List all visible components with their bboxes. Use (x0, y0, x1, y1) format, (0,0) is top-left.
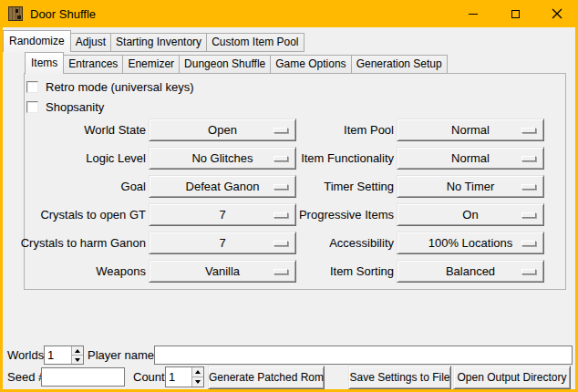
checkbox-box-icon (26, 81, 38, 93)
goal-label: Goal (14, 175, 146, 198)
crystals-harm-ganon-label: Crystals to harm Ganon (14, 232, 146, 254)
tab-entrances[interactable]: Entrances (64, 55, 123, 74)
count-input[interactable] (166, 367, 191, 387)
seed-input[interactable] (41, 367, 125, 387)
dropdown-indicator-icon (521, 241, 536, 246)
tab-generation-setup[interactable]: Generation Setup (352, 55, 448, 74)
retro-mode-checkbox[interactable]: Retro mode (universal keys) (26, 80, 194, 93)
window-border-left (0, 27, 3, 389)
item-sorting-label: Item Sorting (264, 260, 394, 283)
open-output-directory-button[interactable]: Open Output Directory (453, 366, 571, 389)
worlds-label: Worlds (7, 346, 44, 365)
titlebar: Door Shuffle (0, 0, 578, 27)
close-icon (552, 8, 563, 19)
worlds-spinner-down-button[interactable] (72, 355, 83, 364)
arrow-up-icon (195, 370, 201, 374)
player-names-label: Player names (88, 346, 160, 365)
count-spinner-down-button[interactable] (192, 377, 203, 387)
item-functionality-label: Item Functionality (264, 147, 394, 170)
tab-dungeon-shuffle[interactable]: Dungeon Shuffle (180, 55, 271, 74)
minimize-icon (469, 14, 478, 15)
close-button[interactable] (536, 0, 578, 27)
dropdown-indicator-icon (521, 156, 536, 161)
item-functionality-dropdown[interactable]: Normal (397, 147, 544, 170)
door-shuffle-window: Door Shuffle Randomize Adjust Starting I… (0, 0, 578, 392)
door-icon (8, 6, 23, 21)
accessibility-label: Accessibility (264, 232, 394, 254)
arrow-up-icon (75, 349, 80, 353)
world-state-label: World State (14, 119, 146, 141)
dropdown-indicator-icon (521, 212, 536, 218)
crystals-open-gt-label: Crystals to open GT (14, 203, 146, 226)
item-sorting-dropdown[interactable]: Balanced (397, 260, 544, 283)
maximize-icon (511, 10, 520, 18)
dropdown-indicator-icon (521, 128, 536, 133)
count-spinner-up-button[interactable] (192, 367, 203, 377)
weapons-label: Weapons (14, 260, 146, 283)
logic-level-label: Logic Level (14, 147, 146, 170)
worlds-spinner-up-button[interactable] (72, 346, 83, 355)
arrow-down-icon (75, 358, 80, 362)
tab-game-options[interactable]: Game Options (271, 55, 351, 74)
tab-enemizer[interactable]: Enemizer (123, 55, 180, 74)
retro-mode-label: Retro mode (universal keys) (46, 80, 194, 94)
tab-items[interactable]: Items (25, 52, 64, 74)
item-pool-label: Item Pool (264, 119, 394, 141)
progressive-items-label: Progressive Items (264, 203, 394, 226)
item-pool-dropdown[interactable]: Normal (397, 119, 544, 141)
sub-tab-bar: Items Entrances Enemizer Dungeon Shuffle… (25, 52, 448, 74)
save-settings-button[interactable]: Save Settings to File (348, 366, 451, 389)
maximize-button[interactable] (494, 0, 536, 27)
count-spinner (165, 366, 204, 387)
progressive-items-dropdown[interactable]: On (397, 203, 544, 226)
dropdown-indicator-icon (521, 269, 536, 274)
window-title: Door Shuffle (30, 7, 96, 21)
minimize-button[interactable] (452, 0, 494, 27)
worlds-spinner (44, 346, 84, 365)
timer-setting-dropdown[interactable]: No Timer (397, 175, 544, 198)
shopsanity-label: Shopsanity (46, 100, 104, 114)
tab-randomize[interactable]: Randomize (3, 30, 71, 52)
arrow-down-icon (195, 380, 201, 384)
timer-setting-label: Timer Setting (264, 175, 394, 198)
worlds-input[interactable] (45, 346, 71, 364)
dropdown-indicator-icon (521, 184, 536, 190)
accessibility-dropdown[interactable]: 100% Locations (397, 232, 544, 254)
player-names-input[interactable] (154, 346, 573, 365)
count-label: Count (133, 366, 165, 388)
seed-label: Seed # (7, 366, 45, 388)
tab-custom-item-pool[interactable]: Custom Item Pool (207, 33, 304, 52)
generate-patched-rom-button[interactable]: Generate Patched Rom (208, 366, 325, 389)
checkbox-box-icon (26, 101, 38, 113)
shopsanity-checkbox[interactable]: Shopsanity (26, 100, 104, 113)
tab-adjust[interactable]: Adjust (71, 33, 111, 52)
tab-starting-inventory[interactable]: Starting Inventory (111, 33, 207, 52)
main-tab-bar: Randomize Adjust Starting Inventory Cust… (3, 30, 304, 52)
